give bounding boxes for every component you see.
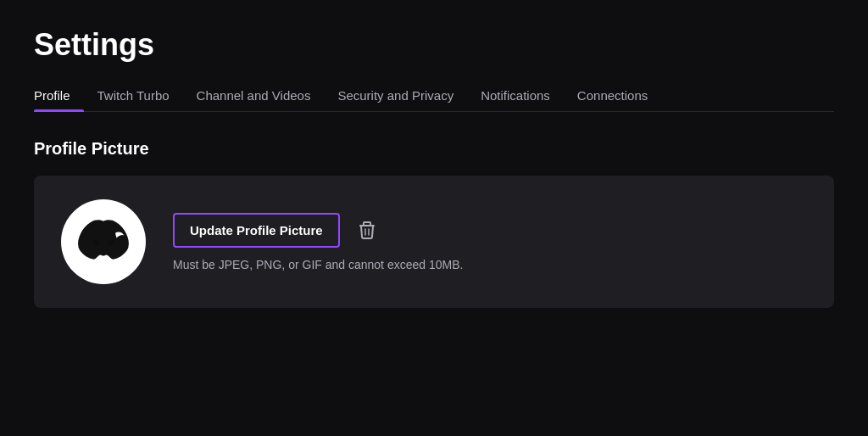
trash-icon [357,220,377,240]
tab-notifications[interactable]: Notifications [467,80,564,111]
nav-tabs: Profile Twitch Turbo Channel and Videos … [34,80,834,112]
batman-avatar-image [74,216,133,267]
tab-twitch-turbo[interactable]: Twitch Turbo [84,80,183,111]
tab-connections[interactable]: Connections [564,80,661,111]
update-profile-picture-button[interactable]: Update Profile Picture [173,213,340,248]
delete-profile-picture-button[interactable] [353,216,381,243]
profile-picture-card: Update Profile Picture Must be JPEG, PNG… [34,176,834,308]
tab-channel-and-videos[interactable]: Channel and Videos [183,80,325,111]
actions-row: Update Profile Picture [173,213,463,248]
profile-actions: Update Profile Picture Must be JPEG, PNG… [173,213,463,271]
tab-profile[interactable]: Profile [34,80,84,111]
avatar [61,199,146,284]
section-title-profile-picture: Profile Picture [34,139,834,159]
file-hint-text: Must be JPEG, PNG, or GIF and cannot exc… [173,258,463,271]
page-container: Settings Profile Twitch Turbo Channel an… [0,0,868,308]
svg-point-1 [107,240,114,246]
svg-point-0 [92,240,99,246]
page-title: Settings [34,27,834,63]
tab-security-and-privacy[interactable]: Security and Privacy [324,80,467,111]
